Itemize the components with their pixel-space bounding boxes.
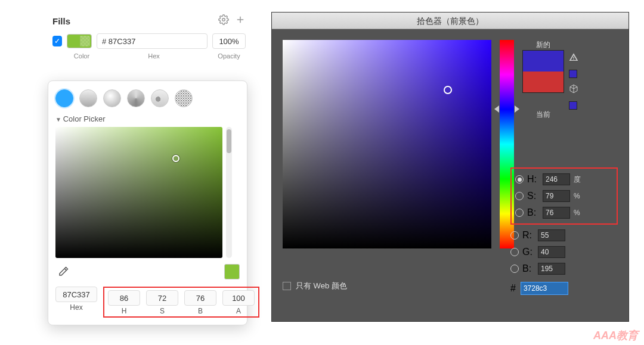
ps-s-label: S: (527, 191, 539, 201)
mode-linear-icon[interactable] (79, 89, 97, 107)
mode-angular-icon[interactable] (127, 89, 145, 107)
hue-slider-thumb-icon[interactable] (494, 105, 519, 113)
ps-r-label: R: (522, 230, 534, 241)
a-input[interactable] (222, 290, 255, 306)
mode-radial-icon[interactable] (103, 89, 121, 107)
color-popover: Color Picker Hex (48, 80, 247, 325)
ps-saturation-brightness-field[interactable] (283, 40, 491, 248)
s-label: S (160, 307, 165, 315)
color-label: Color (68, 52, 95, 60)
new-color-label: 新的 (522, 40, 564, 50)
hsb-highlight-box: H: 度 S: % B: % (510, 167, 618, 225)
picker-heading[interactable]: Color Picker (55, 112, 240, 127)
new-color-swatch (523, 51, 564, 72)
ps-hex-input[interactable] (521, 282, 568, 295)
photoshop-color-picker: 拾色器（前景色） 新的 (271, 12, 629, 322)
warning-icon[interactable] (569, 52, 578, 64)
hex-value-input[interactable] (55, 287, 97, 302)
gamut-swatch[interactable] (569, 70, 577, 78)
mode-solid-icon[interactable] (55, 89, 73, 107)
sb-cursor-icon[interactable] (172, 155, 179, 162)
fills-header: Fills (48, 12, 250, 30)
opacity-input[interactable] (212, 33, 246, 49)
ps-b-unit: % (574, 209, 584, 217)
ps-h-unit: 度 (574, 175, 584, 185)
sketch-fills-panel: Fills ✓ Color Hex Opacity Color (48, 12, 250, 63)
current-color-label: 当前 (522, 110, 564, 120)
gear-icon[interactable] (218, 14, 229, 27)
b-radio[interactable] (515, 209, 524, 217)
fill-mode-row (55, 87, 240, 112)
current-color-swatch (523, 72, 564, 92)
mode-noise-icon[interactable] (175, 89, 193, 107)
svg-point-0 (222, 18, 225, 21)
ps-titlebar: 拾色器（前景色） (272, 13, 628, 29)
web-only-label: 只有 Web 颜色 (296, 281, 347, 291)
hex-value-label: Hex (70, 303, 82, 312)
ps-b-label: B: (527, 207, 539, 218)
s-input[interactable] (146, 290, 178, 306)
color-preview-swatch (224, 264, 240, 279)
ps-sb-cursor-icon[interactable] (444, 86, 452, 94)
ps-g-label: G: (522, 247, 534, 257)
fills-title: Fills (52, 16, 70, 26)
ps-s-input[interactable] (543, 190, 570, 202)
web-only-checkbox[interactable] (283, 282, 291, 290)
ps-rgb-b-label: B: (522, 263, 534, 274)
ps-value-fields: H: 度 S: % B: % R: G: (510, 167, 618, 295)
ps-rgb-b-input[interactable] (538, 263, 565, 275)
ps-s-unit: % (574, 192, 584, 200)
eyedropper-icon[interactable] (55, 264, 71, 279)
plus-icon[interactable] (235, 14, 246, 27)
new-current-swatches[interactable] (522, 50, 564, 93)
watermark: AAA教育 (593, 328, 638, 343)
h-label: H (122, 307, 127, 315)
r-radio[interactable] (510, 231, 519, 240)
ps-b-input[interactable] (543, 207, 570, 219)
popover-scrollbar[interactable] (226, 127, 232, 258)
a-label: A (236, 307, 241, 315)
rgb-b-radio[interactable] (510, 265, 519, 273)
b-label: B (198, 307, 203, 315)
b-input[interactable] (184, 290, 216, 306)
mode-image-icon[interactable] (151, 89, 169, 107)
saturation-brightness-field[interactable] (55, 127, 222, 258)
opacity-label: Opacity (212, 52, 246, 60)
fill-row: ✓ (48, 30, 250, 52)
fill-swatch[interactable] (67, 34, 92, 48)
hex-label: Hex (100, 52, 208, 60)
ps-hex-prefix: # (510, 283, 516, 294)
hsba-highlight-box: H S B A (103, 287, 259, 318)
web-only-row[interactable]: 只有 Web 颜色 (283, 281, 347, 291)
hex-input[interactable] (97, 33, 208, 49)
h-radio[interactable] (515, 175, 524, 184)
websafe-swatch[interactable] (569, 101, 577, 110)
ps-g-input[interactable] (538, 246, 565, 258)
cube-icon[interactable] (569, 84, 578, 95)
ps-h-label: H: (527, 174, 539, 185)
ps-r-input[interactable] (538, 229, 565, 241)
fill-enabled-checkbox[interactable]: ✓ (52, 36, 62, 46)
s-radio[interactable] (515, 192, 524, 200)
fill-labels: Color Hex Opacity (48, 52, 250, 63)
h-input[interactable] (108, 290, 140, 306)
g-radio[interactable] (510, 248, 519, 256)
ps-h-input[interactable] (543, 173, 570, 185)
